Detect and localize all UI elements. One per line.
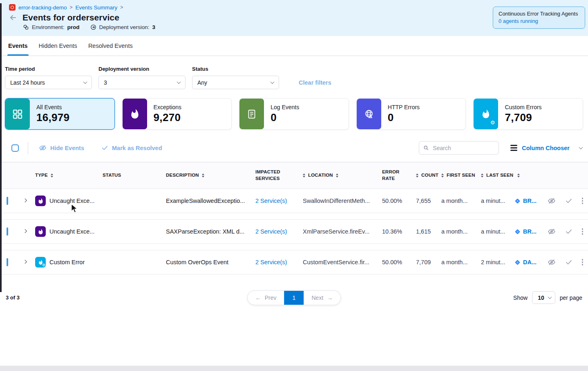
event-error-rate: 10.36% [382,228,416,235]
breadcrumb-section-link[interactable]: Events Summary [76,4,118,11]
hide-events-button[interactable]: Hide Events [39,144,84,152]
status-filter-value: Any [197,79,207,86]
event-type: Custom Error [49,259,85,265]
jira-ticket-icon [514,198,521,204]
stat-card[interactable]: HTTP Errors 0 [356,98,466,130]
status-select[interactable]: Any [192,76,279,89]
table-header-row: TYPE STATUS DESCRIPTION IMPACTED SERVICE… [0,162,588,189]
row-menu-icon[interactable] [582,259,583,265]
event-first-seen: a month... [441,198,481,204]
deployment-meta: Deployment version: 3 [90,24,156,30]
environment-icon [23,24,29,30]
event-location: XmlParseService.fireEv... [303,228,382,235]
impacted-services-link[interactable]: 2 Service(s) [255,228,287,235]
sort-icon[interactable] [481,173,483,178]
column-header-last-seen[interactable]: LAST SEEN [481,172,514,179]
hide-events-label: Hide Events [50,145,84,151]
sort-icon[interactable] [517,173,520,178]
resolve-event-icon[interactable] [565,197,572,205]
event-count: 7,709 [416,259,441,265]
column-header-count[interactable]: COUNT [416,172,441,179]
page-header: error-tracking-demo > Events Summary > E… [0,0,588,36]
row-menu-icon[interactable] [582,198,583,204]
tab[interactable]: Resolved Events [87,36,134,56]
select-all-checkbox[interactable] [11,144,19,152]
mark-resolved-label: Mark as Resolved [112,145,162,151]
row-checkbox[interactable] [7,197,8,205]
stat-card[interactable]: ⚙ Custom Errors 7,709 [473,98,583,130]
column-header-first-seen[interactable]: FIRST SEEN [441,172,481,179]
sort-icon[interactable] [303,173,305,178]
column-chooser-button[interactable]: Column Chooser [510,145,582,151]
jira-ticket-icon [514,259,521,265]
agents-running-link[interactable]: 0 agents running [499,18,579,24]
event-last-seen: a minut... [481,198,514,204]
table-body: Uncaught Exce... ExampleSwallowedExcepti… [0,189,588,274]
sort-icon[interactable] [51,173,53,178]
search-input[interactable] [432,144,494,152]
chevron-down-icon [548,295,552,299]
expand-chevron-icon[interactable] [23,228,29,234]
search-icon [423,145,429,151]
clear-filters-link[interactable]: Clear filters [299,79,331,86]
page-size-select[interactable]: 10 [532,291,555,304]
environment-meta: Environment: prod [23,24,80,30]
stat-card-value: 0 [271,111,299,124]
prev-page-button[interactable]: ← Prev [248,291,284,305]
ticket-link[interactable]: BR... [514,228,543,235]
sort-icon[interactable] [416,173,418,178]
stat-card-label: All Events [36,104,69,110]
deployment-version-select[interactable]: 3 [98,76,186,89]
breadcrumb-project-link[interactable]: error-tracking-demo [18,4,67,11]
custom-flame-icon [481,109,491,119]
sort-icon[interactable] [441,173,444,178]
arrow-left-icon: ← [255,295,261,301]
stat-card-label: Log Events [271,104,299,110]
gear-icon: ⚙ [42,263,45,267]
current-page-button[interactable]: 1 [284,291,304,305]
environment-value: prod [67,24,80,30]
table-row[interactable]: Uncaught Exce... ExampleSwallowedExcepti… [0,189,588,213]
column-header-location[interactable]: LOCATION [303,172,382,179]
row-menu-icon[interactable] [582,228,583,234]
deployment-version-label: Deployment version: [99,24,150,30]
table-row[interactable]: Uncaught Exce... SAXParseException: XML … [0,219,588,244]
resolve-event-icon[interactable] [565,259,572,266]
event-error-rate: 50.00% [382,198,416,204]
ticket-link[interactable]: BR... [514,198,543,204]
resolve-event-icon[interactable] [565,228,572,235]
column-header-type[interactable]: TYPE [35,172,103,179]
tab[interactable]: Hidden Events [38,36,78,56]
impacted-services-link[interactable]: 2 Service(s) [255,198,287,204]
row-checkbox[interactable] [7,258,8,266]
stat-card[interactable]: Exceptions 9,270 [122,98,232,130]
table-row[interactable]: ⚙ Custom Error Custom OverOps Event 2 Se… [0,250,588,274]
stat-card-value: 9,270 [154,111,181,124]
hide-event-icon[interactable] [548,258,556,266]
tab[interactable]: Events [7,36,29,56]
next-page-button[interactable]: Next → [304,291,341,305]
impacted-services-link[interactable]: 2 Service(s) [255,259,287,265]
deployment-version-filter-label: Deployment version [98,66,186,72]
gear-icon: ⚙ [490,120,495,125]
stat-card[interactable]: All Events 16,979 [5,98,115,130]
time-period-select[interactable]: Last 24 hours [5,76,92,89]
status-filter-label: Status [192,66,279,72]
hide-event-icon[interactable] [548,227,556,236]
sort-icon[interactable] [202,173,204,178]
row-checkbox[interactable] [7,227,8,236]
back-arrow-icon[interactable] [9,13,17,22]
expand-chevron-icon[interactable] [23,198,29,203]
event-last-seen: 2 minut... [481,259,514,265]
hide-event-icon[interactable] [548,197,556,205]
column-header-impacted-services: IMPACTED SERVICES [255,169,303,182]
mark-resolved-button[interactable]: Mark as Resolved [101,144,162,151]
expand-chevron-icon[interactable] [23,259,29,265]
filters-bar: Time period Last 24 hours Deployment ver… [0,56,588,92]
sort-icon[interactable] [336,173,338,178]
stat-card[interactable]: Log Events 0 [239,98,349,130]
event-summary-cards: All Events 16,979 Exceptions 9,270 [0,92,588,130]
ticket-link[interactable]: DA... [514,259,543,265]
agents-status-card: Continuous Error Tracking Agents 0 agent… [493,7,585,29]
column-header-description[interactable]: DESCRIPTION [166,172,255,179]
